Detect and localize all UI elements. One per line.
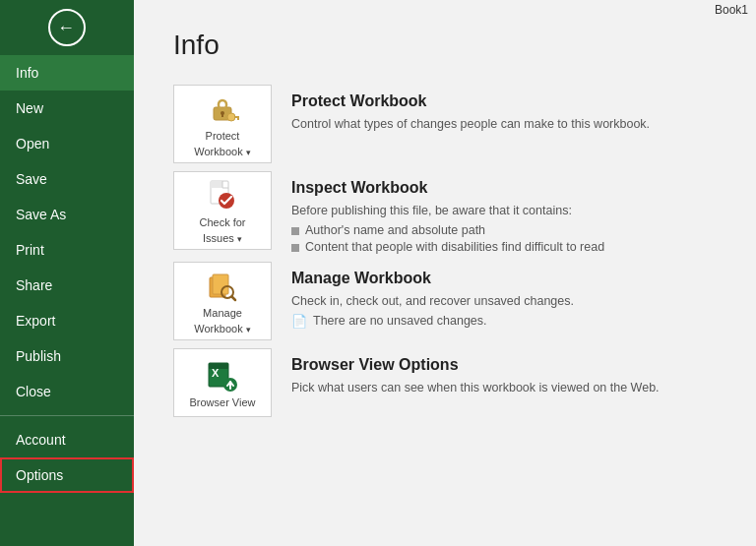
svg-rect-3 bbox=[221, 114, 223, 117]
inspect-bullet-2-text: Content that people with disabilities fi… bbox=[305, 240, 604, 254]
svg-rect-5 bbox=[234, 116, 239, 118]
manage-icon-label: Manage bbox=[203, 307, 242, 319]
sidebar-item-info[interactable]: Info bbox=[0, 55, 134, 91]
bullet-square-2 bbox=[291, 244, 299, 252]
browser-view-title: Browser View Options bbox=[291, 356, 717, 374]
manage-workbook-content: Manage Workbook Check in, check out, and… bbox=[291, 262, 717, 329]
sidebar-item-close[interactable]: Close bbox=[0, 374, 134, 409]
sidebar-item-new[interactable]: New bbox=[0, 91, 134, 126]
browser-view-desc: Pick what users can see when this workbo… bbox=[291, 379, 717, 397]
sidebar-item-share[interactable]: Share bbox=[0, 268, 134, 303]
sidebar-item-export[interactable]: Export bbox=[0, 303, 134, 338]
back-circle[interactable]: ← bbox=[48, 9, 86, 46]
inspect-bullet-1-text: Author's name and absolute path bbox=[305, 223, 485, 237]
manage-workbook-inline: 📄 There are no unsaved changes. bbox=[291, 314, 717, 329]
inspect-workbook-title: Inspect Workbook bbox=[291, 179, 717, 197]
check-icon-label: Check for bbox=[199, 216, 245, 228]
bullet-square-1 bbox=[291, 227, 299, 235]
protect-workbook-button[interactable]: Protect Workbook ▾ bbox=[173, 85, 272, 163]
check-icon-label2: Issues ▾ bbox=[203, 232, 242, 244]
title-bar: Book1 bbox=[715, 0, 748, 20]
sidebar-item-save[interactable]: Save bbox=[0, 161, 134, 197]
sidebar-item-open[interactable]: Open bbox=[0, 126, 134, 161]
sidebar: ← Info New Open Save Save As Print Share… bbox=[0, 0, 134, 546]
protect-workbook-card: Protect Workbook ▾ Protect Workbook Cont… bbox=[173, 85, 717, 163]
inspect-workbook-desc: Before publishing this file, be aware th… bbox=[291, 202, 717, 220]
svg-line-13 bbox=[232, 296, 236, 300]
svg-rect-6 bbox=[237, 118, 239, 120]
manage-workbook-inline-text: There are no unsaved changes. bbox=[313, 314, 487, 328]
back-button[interactable]: ← bbox=[0, 0, 134, 55]
svg-rect-11 bbox=[213, 274, 228, 294]
sidebar-item-publish[interactable]: Publish bbox=[0, 338, 134, 374]
browser-view-card: X Browser View Browser View Options Pick… bbox=[173, 348, 717, 417]
inspect-icon bbox=[205, 177, 240, 212]
manage-workbook-button[interactable]: Manage Workbook ▾ bbox=[173, 262, 272, 340]
protect-icon-label2: Workbook ▾ bbox=[194, 146, 250, 157]
inspect-workbook-card: Check for Issues ▾ Inspect Workbook Befo… bbox=[173, 171, 717, 254]
sidebar-item-options[interactable]: Options bbox=[0, 457, 134, 493]
inspect-bullet-1: Author's name and absolute path bbox=[291, 223, 717, 237]
svg-point-4 bbox=[227, 113, 235, 121]
sidebar-divider bbox=[0, 415, 134, 416]
main-content: Info Protect Workbook ▾ Prote bbox=[134, 0, 756, 546]
browser-icon-label: Browser View bbox=[189, 396, 255, 408]
sidebar-item-account[interactable]: Account bbox=[0, 422, 134, 457]
doc-small-icon: 📄 bbox=[291, 314, 307, 329]
inspect-bullet-2: Content that people with disabilities fi… bbox=[291, 240, 717, 254]
page-title: Info bbox=[173, 30, 717, 61]
inspect-workbook-content: Inspect Workbook Before publishing this … bbox=[291, 171, 717, 254]
svg-text:X: X bbox=[212, 367, 220, 379]
browser-view-button[interactable]: X Browser View bbox=[173, 348, 272, 417]
sidebar-item-print[interactable]: Print bbox=[0, 232, 134, 268]
protect-workbook-content: Protect Workbook Control what types of c… bbox=[291, 85, 717, 134]
protect-workbook-desc: Control what types of changes people can… bbox=[291, 115, 717, 134]
manage-icon-label2: Workbook ▾ bbox=[194, 323, 250, 334]
manage-workbook-desc: Check in, check out, and recover unsaved… bbox=[291, 292, 717, 311]
manage-workbook-card: Manage Workbook ▾ Manage Workbook Check … bbox=[173, 262, 717, 340]
browser-view-content: Browser View Options Pick what users can… bbox=[291, 348, 717, 397]
sidebar-item-save-as[interactable]: Save As bbox=[0, 197, 134, 232]
protect-workbook-title: Protect Workbook bbox=[291, 92, 717, 110]
manage-workbook-title: Manage Workbook bbox=[291, 270, 717, 287]
protect-icon bbox=[205, 91, 240, 126]
browser-icon: X bbox=[205, 357, 240, 393]
manage-icon bbox=[205, 268, 240, 303]
check-issues-button[interactable]: Check for Issues ▾ bbox=[173, 171, 272, 250]
protect-icon-label: Protect bbox=[206, 130, 240, 142]
svg-rect-8 bbox=[211, 181, 222, 188]
back-arrow-icon: ← bbox=[57, 19, 75, 36]
